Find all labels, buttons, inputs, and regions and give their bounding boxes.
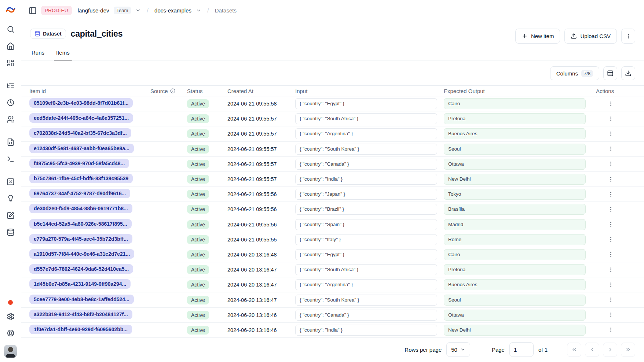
row-actions-button[interactable] bbox=[607, 326, 615, 334]
sidebar-item-file-code[interactable] bbox=[6, 137, 15, 147]
input-value-box[interactable]: { "country": "Canada" } bbox=[295, 310, 437, 321]
expected-output-value-box[interactable]: Rome bbox=[444, 234, 586, 245]
expected-output-value-box[interactable]: Ottawa bbox=[444, 310, 586, 321]
row-actions-button[interactable] bbox=[607, 296, 615, 304]
project-switcher-chevron-down-icon[interactable] bbox=[196, 8, 201, 13]
project-name[interactable]: docs-examples bbox=[154, 7, 191, 14]
row-actions-button[interactable] bbox=[607, 130, 615, 138]
item-id-pill[interactable]: e12430df-5e81-4687-aabb-f0ea65be8a... bbox=[29, 144, 134, 153]
expected-output-value-box[interactable]: Tokyo bbox=[444, 189, 586, 200]
columns-button[interactable]: Columns 7/8 bbox=[550, 66, 599, 80]
row-actions-button[interactable] bbox=[607, 311, 615, 319]
org-switcher-chevron-down-icon[interactable] bbox=[135, 8, 141, 13]
record-dot-icon[interactable] bbox=[8, 300, 13, 305]
langfuse-logo-icon[interactable] bbox=[6, 5, 15, 16]
rows-per-page-select[interactable]: 50 bbox=[446, 342, 470, 357]
input-value-box[interactable]: { "country": "South Africa" } bbox=[295, 264, 437, 275]
item-id-pill[interactable]: 5cee7779-3e00-4eb8-be8c-1affedd524... bbox=[29, 295, 134, 304]
row-actions-button[interactable] bbox=[607, 266, 615, 274]
item-id-pill[interactable]: 69764737-34af-4752-9787-d90df9616... bbox=[29, 189, 130, 198]
item-id-pill[interactable]: a322b319-9412-4f43-b8f2-b20484127f... bbox=[29, 310, 132, 319]
input-value-box[interactable]: { "country": "India" } bbox=[295, 174, 437, 185]
expected-output-value-box[interactable]: Cairo bbox=[444, 249, 586, 260]
expected-output-value-box[interactable]: Buenos Aires bbox=[444, 279, 586, 290]
sidebar-item-home[interactable] bbox=[6, 41, 15, 51]
sidebar-item-database[interactable] bbox=[6, 228, 15, 237]
sidebar-item-settings[interactable] bbox=[6, 312, 15, 321]
tab-runs[interactable]: Runs bbox=[31, 49, 45, 60]
row-actions-button[interactable] bbox=[607, 191, 615, 198]
row-actions-button[interactable] bbox=[607, 100, 615, 108]
input-value-box[interactable]: { "country": "India" } bbox=[295, 325, 437, 336]
item-id-pill[interactable]: a1910d57-7f84-440c-9e46-a31c2d7e21... bbox=[29, 249, 134, 259]
expected-output-value-box[interactable]: Seoul bbox=[444, 144, 586, 155]
row-actions-button[interactable] bbox=[607, 236, 615, 243]
input-value-box[interactable]: { "country": "Argentina" } bbox=[295, 279, 437, 290]
item-id-pill[interactable]: c702838d-24d5-40a2-bf35-67dc3a3df... bbox=[29, 128, 131, 138]
last-page-button[interactable] bbox=[621, 343, 635, 357]
sidebar-item-dashboard[interactable] bbox=[6, 58, 15, 68]
page-number-input[interactable] bbox=[509, 342, 534, 357]
input-value-box[interactable]: { "country": "Spain" } bbox=[295, 219, 437, 230]
expected-output-value-box[interactable]: Ottawa bbox=[444, 159, 586, 170]
user-avatar[interactable] bbox=[4, 345, 17, 358]
input-value-box[interactable]: { "country": "Egypt" } bbox=[295, 98, 437, 109]
input-value-box[interactable]: { "country": "Canada" } bbox=[295, 159, 437, 170]
input-value-box[interactable]: { "country": "South Korea" } bbox=[295, 144, 437, 155]
item-id-pill[interactable]: d557e7d6-7802-4624-9da6-52d410ea5... bbox=[29, 264, 133, 274]
expected-output-value-box[interactable]: New Delhi bbox=[444, 325, 586, 336]
org-name[interactable]: langfuse-dev bbox=[78, 7, 109, 14]
expected-output-value-box[interactable]: Brasília bbox=[444, 204, 586, 215]
expected-output-value-box[interactable]: Buenos Aires bbox=[444, 128, 586, 139]
sidebar-toggle-icon[interactable] bbox=[29, 7, 37, 15]
item-id-pill[interactable]: 1f0e7da1-dbff-4e60-929d-f6095602bb... bbox=[29, 325, 132, 334]
first-page-button[interactable] bbox=[567, 343, 581, 357]
sidebar-item-terminal[interactable] bbox=[6, 154, 15, 164]
sidebar-item-list-tree[interactable] bbox=[6, 81, 15, 90]
input-value-box[interactable]: { "country": "Italy" } bbox=[295, 234, 437, 245]
expected-output-value-box[interactable]: Seoul bbox=[444, 295, 586, 306]
new-item-button[interactable]: New item bbox=[515, 29, 560, 44]
row-actions-button[interactable] bbox=[607, 251, 615, 258]
row-actions-button[interactable] bbox=[607, 160, 615, 168]
row-actions-button[interactable] bbox=[607, 281, 615, 289]
export-button[interactable] bbox=[621, 66, 635, 80]
previous-page-button[interactable] bbox=[585, 343, 599, 357]
input-value-box[interactable]: { "country": "South Korea" } bbox=[295, 295, 437, 306]
row-actions-button[interactable] bbox=[607, 176, 615, 183]
info-icon[interactable] bbox=[170, 88, 175, 93]
item-id-pill[interactable]: de30d2e0-f5d9-4854-88b6-0619771b8... bbox=[29, 204, 132, 213]
item-id-pill[interactable]: b5c144cd-52a5-4a80-926e-58617f895... bbox=[29, 219, 132, 229]
expected-output-value-box[interactable]: Madrid bbox=[444, 219, 586, 230]
upload-csv-button[interactable]: Upload CSV bbox=[564, 29, 617, 44]
tab-items[interactable]: Items bbox=[55, 49, 70, 60]
row-height-button[interactable] bbox=[603, 66, 617, 80]
next-page-button[interactable] bbox=[603, 343, 617, 357]
expected-output-value-box[interactable]: New Delhi bbox=[444, 174, 586, 185]
input-value-box[interactable]: { "country": "Argentina" } bbox=[295, 128, 437, 139]
item-id-pill[interactable]: b75c7861-1fbe-45cf-bdf6-83f139c95539 bbox=[29, 174, 133, 183]
input-value-box[interactable]: { "country": "South Africa" } bbox=[295, 113, 437, 124]
sidebar-item-square-pen[interactable] bbox=[6, 211, 15, 220]
dataset-actions-menu-button[interactable] bbox=[621, 29, 635, 44]
expected-output-value-box[interactable]: Pretoria bbox=[444, 264, 586, 275]
input-value-box[interactable]: { "country": "Brazil" } bbox=[295, 204, 437, 215]
expected-output-value-box[interactable]: Cairo bbox=[444, 98, 586, 109]
sidebar-item-percent-square[interactable] bbox=[6, 177, 15, 186]
input-value-box[interactable]: { "country": "Egypt" } bbox=[295, 249, 437, 260]
row-actions-button[interactable] bbox=[607, 115, 615, 123]
sidebar-item-clock[interactable] bbox=[6, 98, 15, 107]
sidebar-item-lightbulb[interactable] bbox=[6, 194, 15, 203]
item-id-pill[interactable]: 05109ef0-2e3b-4e03-98dd-8f7d01b61f... bbox=[29, 98, 133, 108]
expected-output-value-box[interactable]: Pretoria bbox=[444, 113, 586, 124]
sidebar-item-search[interactable] bbox=[6, 25, 15, 34]
row-actions-button[interactable] bbox=[607, 206, 615, 213]
item-id-pill[interactable]: 1d45b0e7-b85a-4231-9149-6ff90a294... bbox=[29, 279, 131, 289]
item-id-pill[interactable]: f4975c95-5fc3-4939-970d-58fa5cd48... bbox=[29, 159, 129, 168]
item-id-pill[interactable]: e779a270-579a-4f45-aec4-35b72d3bff... bbox=[29, 234, 132, 244]
sidebar-item-life-buoy[interactable] bbox=[6, 328, 15, 338]
input-value-box[interactable]: { "country": "Japan" } bbox=[295, 189, 437, 200]
row-actions-button[interactable] bbox=[607, 145, 615, 153]
breadcrumb-section[interactable]: Datasets bbox=[215, 7, 237, 14]
row-actions-button[interactable] bbox=[607, 221, 615, 228]
